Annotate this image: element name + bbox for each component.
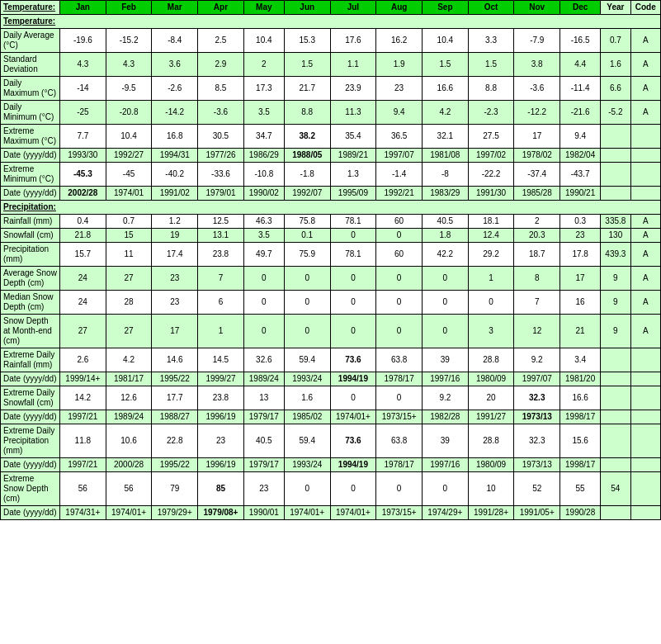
row-label-21: Date (yyyy/dd) <box>1 458 60 472</box>
cell-10-3: 12.5 <box>198 215 244 229</box>
cell-17-5: 1993/24 <box>284 372 330 386</box>
cell-2-13: A <box>630 53 660 77</box>
cell-18-13 <box>630 386 660 410</box>
cell-1-3: 2.5 <box>198 29 244 53</box>
cell-16-3: 14.5 <box>198 348 244 372</box>
cell-7-9: -22.2 <box>468 163 514 187</box>
row-label-15: Snow Depth at Month-end (cm) <box>1 315 60 348</box>
cell-18-4: 13 <box>243 386 284 410</box>
cell-14-7: 0 <box>376 291 423 315</box>
cell-13-4: 0 <box>243 267 284 291</box>
row-label-5: Extreme Maximum (°C) <box>1 125 60 149</box>
row-label-19: Date (yyyy/dd) <box>1 410 60 424</box>
col-header-jul: Jul <box>330 1 376 15</box>
cell-22-13 <box>630 472 660 506</box>
cell-2-4: 2 <box>243 53 284 77</box>
cell-21-9: 1980/09 <box>468 458 514 472</box>
cell-19-5: 1985/02 <box>284 410 330 424</box>
cell-8-9: 1991/30 <box>468 187 514 201</box>
cell-21-8: 1997/16 <box>422 458 468 472</box>
cell-8-6: 1995/09 <box>330 187 376 201</box>
cell-3-8: 16.6 <box>422 77 468 101</box>
cell-12-12: 439.3 <box>601 243 630 267</box>
cell-2-9: 1.5 <box>468 53 514 77</box>
cell-5-10: 17 <box>514 125 560 149</box>
cell-8-8: 1983/29 <box>422 187 468 201</box>
cell-14-12: 9 <box>601 291 630 315</box>
cell-11-6: 0 <box>330 229 376 243</box>
cell-17-10: 1997/07 <box>514 372 560 386</box>
cell-23-12 <box>601 506 630 520</box>
cell-23-6: 1974/01+ <box>330 506 376 520</box>
col-header-year: Year <box>601 1 630 15</box>
cell-23-8: 1974/29+ <box>422 506 468 520</box>
cell-21-0: 1997/21 <box>60 458 106 472</box>
cell-18-3: 23.8 <box>198 386 244 410</box>
cell-7-12 <box>601 163 630 187</box>
cell-2-11: 4.4 <box>560 53 601 77</box>
cell-23-7: 1973/15+ <box>376 506 423 520</box>
cell-12-0: 15.7 <box>60 243 106 267</box>
cell-16-8: 39 <box>422 348 468 372</box>
cell-5-1: 10.4 <box>106 125 152 149</box>
cell-4-1: -20.8 <box>106 101 152 125</box>
cell-8-1: 1974/01 <box>106 187 152 201</box>
cell-20-4: 40.5 <box>243 424 284 458</box>
cell-13-13: A <box>630 267 660 291</box>
cell-12-8: 42.2 <box>422 243 468 267</box>
cell-15-10: 12 <box>514 315 560 348</box>
cell-13-2: 23 <box>152 267 198 291</box>
cell-17-6: 1994/19 <box>330 372 376 386</box>
cell-18-11: 16.6 <box>560 386 601 410</box>
cell-13-6: 0 <box>330 267 376 291</box>
cell-8-10: 1985/28 <box>514 187 560 201</box>
cell-7-5: -1.8 <box>284 163 330 187</box>
cell-11-4: 3.5 <box>243 229 284 243</box>
row-label-7: Extreme Minimum (°C) <box>1 163 60 187</box>
cell-20-9: 28.8 <box>468 424 514 458</box>
cell-4-9: -2.3 <box>468 101 514 125</box>
cell-18-10: 32.3 <box>514 386 560 410</box>
cell-21-12 <box>601 458 630 472</box>
row-label-20: Extreme Daily Precipitation (mm) <box>1 424 60 458</box>
cell-22-9: 10 <box>468 472 514 506</box>
cell-14-11: 16 <box>560 291 601 315</box>
row-label-6: Date (yyyy/dd) <box>1 149 60 163</box>
cell-8-2: 1991/02 <box>152 187 198 201</box>
cell-12-4: 49.7 <box>243 243 284 267</box>
cell-3-1: -9.5 <box>106 77 152 101</box>
cell-1-9: 3.3 <box>468 29 514 53</box>
cell-7-13 <box>630 163 660 187</box>
cell-18-8: 9.2 <box>422 386 468 410</box>
cell-5-6: 35.4 <box>330 125 376 149</box>
cell-12-3: 23.8 <box>198 243 244 267</box>
cell-6-13 <box>630 149 660 163</box>
cell-5-2: 16.8 <box>152 125 198 149</box>
cell-17-12 <box>601 372 630 386</box>
cell-20-10: 32.3 <box>514 424 560 458</box>
cell-22-2: 79 <box>152 472 198 506</box>
cell-20-6: 73.6 <box>330 424 376 458</box>
cell-20-5: 59.4 <box>284 424 330 458</box>
cell-22-8: 0 <box>422 472 468 506</box>
cell-12-6: 78.1 <box>330 243 376 267</box>
cell-1-10: -7.9 <box>514 29 560 53</box>
cell-11-2: 19 <box>152 229 198 243</box>
row-label-10: Rainfall (mm) <box>1 215 60 229</box>
cell-11-13: A <box>630 229 660 243</box>
cell-5-5: 38.2 <box>284 125 330 149</box>
cell-22-0: 56 <box>60 472 106 506</box>
cell-15-12: 9 <box>601 315 630 348</box>
cell-11-10: 20.3 <box>514 229 560 243</box>
cell-3-10: -3.6 <box>514 77 560 101</box>
cell-3-0: -14 <box>60 77 106 101</box>
cell-2-6: 1.1 <box>330 53 376 77</box>
cell-1-6: 17.6 <box>330 29 376 53</box>
cell-14-9: 0 <box>468 291 514 315</box>
cell-10-7: 60 <box>376 215 423 229</box>
row-label-8: Date (yyyy/dd) <box>1 187 60 201</box>
cell-16-12 <box>601 348 630 372</box>
cell-18-5: 1.6 <box>284 386 330 410</box>
cell-14-3: 6 <box>198 291 244 315</box>
cell-6-8: 1981/08 <box>422 149 468 163</box>
